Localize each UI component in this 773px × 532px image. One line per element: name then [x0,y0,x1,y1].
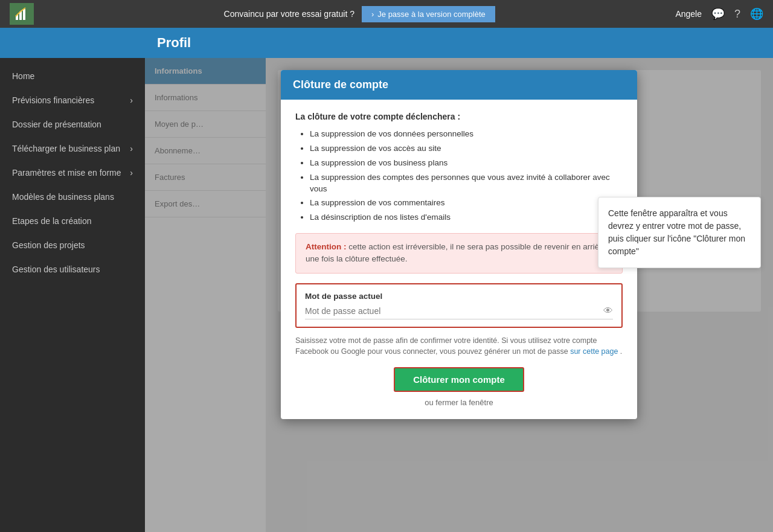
list-item: La suppression de vos commentaires [310,197,623,209]
warning-attention-label: Attention : [306,242,346,251]
sidebar-item-etapes[interactable]: Etapes de la création [0,209,145,233]
sidebar: Home Prévisions financières Dossier de p… [0,58,145,532]
sidebar-item-telecharger[interactable]: Télécharger le business plan [0,136,145,161]
password-hint: Saisissez votre mot de passe afin de con… [295,335,623,358]
topbar-right: Angele 💬 ? 🌐 [675,7,763,21]
main-layout: Home Prévisions financières Dossier de p… [0,58,773,532]
close-window-link[interactable]: ou fermer la fenêtre [425,398,493,407]
sidebar-item-gestion-projets[interactable]: Gestion des projets [0,233,145,257]
chat-icon[interactable]: 💬 [711,7,725,21]
modal-body: La clôture de votre compte déclenchera :… [281,100,637,419]
modal-overlay: Clôture de compte La clôture de votre co… [145,58,773,532]
list-item: La suppression de vos accès au site [310,143,623,155]
password-label: Mot de passe actuel [305,292,613,301]
logo [10,3,34,25]
modal-header: Clôture de compte [281,70,637,100]
close-account-button[interactable]: Clôturer mon compte [394,367,524,392]
user-menu[interactable]: Angele [675,9,702,19]
sidebar-item-home[interactable]: Home [0,64,145,88]
promo-text: Convaincu par votre essai gratuit ? [224,9,354,19]
promo-button[interactable]: › Je passe à la version complète [362,6,495,22]
page-title: Profil [157,35,191,51]
help-icon[interactable]: ? [734,8,740,21]
topbar: Convaincu par votre essai gratuit ? › Je… [0,0,773,28]
modal-actions: Clôturer mon compte ou fermer la fenêtre [295,367,623,407]
tooltip-box: Cette fenêtre apparaîtra et vous devrez … [598,197,761,268]
page-header: Profil [0,28,773,58]
modal-effects-list: La suppression de vos données personnell… [295,129,623,223]
modal-cloture: Clôture de compte La clôture de votre co… [281,70,637,419]
list-item: La suppression des comptes des personnes… [310,172,623,195]
content-area: Informations Informations Moyen de p… Ab… [145,58,773,532]
password-input-wrap: 👁 [305,306,613,319]
tooltip-text: Cette fenêtre apparaîtra et vous devrez … [608,208,745,256]
sidebar-item-dossier[interactable]: Dossier de présentation [0,112,145,136]
password-input[interactable] [305,306,603,316]
modal-intro: La clôture de votre compte déclenchera : [295,112,623,121]
arrow-icon: › [371,10,374,19]
modal-title: Clôture de compte [293,79,388,91]
list-item: La désinscription de nos listes d'emails [310,212,623,223]
eye-icon[interactable]: 👁 [603,306,613,316]
promo-section: Convaincu par votre essai gratuit ? › Je… [43,6,675,22]
warning-box: Attention : cette action est irréversibl… [295,233,623,274]
list-item: La suppression de vos business plans [310,158,623,169]
globe-icon[interactable]: 🌐 [750,7,763,21]
sidebar-item-previsions[interactable]: Prévisions financières [0,88,145,112]
password-hint-link[interactable]: sur cette page [570,347,618,356]
list-item: La suppression de vos données personnell… [310,129,623,140]
sidebar-item-gestion-users[interactable]: Gestion des utilisateurs [0,257,145,281]
sidebar-item-parametres[interactable]: Paramètres et mise en forme [0,161,145,185]
warning-text: cette action est irréversible, il ne ser… [306,242,606,263]
password-section: Mot de passe actuel 👁 [295,283,623,328]
svg-rect-3 [23,9,25,20]
sidebar-item-modeles[interactable]: Modèles de business plans [0,185,145,209]
